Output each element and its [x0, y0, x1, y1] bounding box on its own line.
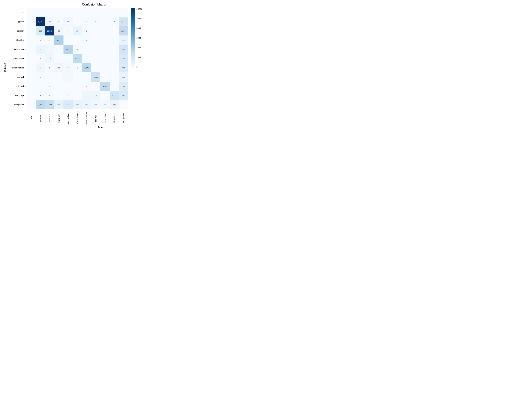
matrix-cell: 3: [91, 17, 100, 26]
matrix-cell: 9: [54, 17, 63, 26]
matrix-cell: [54, 8, 63, 17]
row-label: solid low -: [7, 26, 27, 35]
matrix-cell: 19: [54, 63, 63, 72]
matrix-cell: [119, 8, 128, 17]
matrix-cell: [27, 8, 36, 17]
matrix-cell: [27, 26, 36, 35]
matrix-cell: 1: [82, 82, 91, 91]
matrix-cell: 223: [110, 100, 119, 109]
matrix-cell: [110, 82, 119, 91]
matrix-cell: 760: [119, 91, 128, 100]
colorbar-tick: 12000: [136, 8, 142, 10]
matrix-cell: [110, 63, 119, 72]
matrix-cell: [73, 91, 82, 100]
matrix-cell: 3: [45, 35, 54, 45]
matrix-cell: 599: [119, 82, 128, 91]
matrix-cell: 1: [73, 63, 82, 72]
row-label: blend medium -: [7, 63, 27, 72]
matrix-cell: [100, 72, 110, 82]
colorbar-tick: 2000: [136, 56, 142, 58]
matrix-cell: [82, 72, 91, 82]
matrix-cell: [54, 82, 63, 91]
matrix-cell: [91, 8, 100, 17]
matrix-cell: [73, 8, 82, 17]
matrix-cell: [91, 82, 100, 91]
col-label: all -: [27, 109, 36, 125]
matrix-cell: [100, 26, 110, 35]
matrix-cell: 3: [36, 72, 45, 82]
matrix-cell: 5,049: [91, 72, 100, 82]
matrix-cell: 7: [63, 63, 73, 72]
matrix-cell: 4,463: [73, 54, 82, 63]
matrix-cell: 1: [82, 26, 91, 35]
matrix-cell: [100, 45, 110, 54]
matrix-cell: 246: [73, 100, 82, 109]
matrix-cell: 488: [119, 63, 128, 72]
row-labels: all -ggo low -solid low -blend low -ggo …: [7, 8, 27, 109]
grid-row: 114,291599: [27, 82, 128, 91]
col-labels-row: all -ggo low -solid low -blend low -ggo …: [27, 109, 174, 125]
matrix-cell: [45, 72, 54, 82]
matrix-cell: 67: [100, 100, 110, 109]
row-label: ggo medium -: [7, 45, 27, 54]
matrix-cell: 11: [82, 91, 91, 100]
matrix-cell: 22: [36, 63, 45, 72]
grid-row: 4,2014,64930257624631811867223: [27, 100, 128, 109]
matrix-cell: 4: [63, 26, 73, 35]
matrix-cell: 24: [54, 26, 63, 35]
colorbar-tick: 8000: [136, 27, 142, 29]
col-label: ggo high -: [91, 109, 100, 125]
row-label: background -: [7, 100, 27, 109]
grid-row: 375,049320: [27, 72, 128, 82]
matrix-cell: [110, 72, 119, 82]
matrix-cell: [54, 54, 63, 63]
colorbar: 120001000080006000400020000: [131, 8, 135, 68]
col-label: blend medium -: [82, 109, 91, 125]
matrix-cell: [110, 45, 119, 54]
matrix-cell: 4: [45, 91, 54, 100]
matrix-cell: [73, 17, 82, 26]
matrix-cell: [27, 91, 36, 100]
colorbar-ticks: 120001000080006000400020000: [136, 8, 142, 68]
matrix-cell: 3,812: [63, 45, 73, 54]
matrix-cell: [63, 35, 73, 45]
matrix-cell: [100, 63, 110, 72]
matrix-cell: [82, 8, 91, 17]
matrix-cell: 4,201: [36, 100, 45, 109]
matrix-cell: 13: [73, 26, 82, 35]
matrix-cell: 1: [82, 35, 91, 45]
col-label: background -: [119, 109, 128, 125]
grid-row: 133,7351226: [27, 35, 128, 45]
col-label: ggo medium -: [63, 109, 73, 125]
matrix-cell: [54, 72, 63, 82]
matrix-cell: 3: [54, 45, 63, 54]
matrix-cell: [27, 35, 36, 45]
matrix-cell: 226: [119, 35, 128, 45]
row-label: solid medium -: [7, 54, 27, 63]
col-label: solid low -: [45, 109, 54, 125]
matrix-cell: 3: [73, 45, 82, 54]
matrix-cell: [63, 82, 73, 91]
matrix-cell: [54, 91, 63, 100]
matrix-cell: 3,735: [54, 35, 63, 45]
grid-row: 22219713,974488: [27, 63, 128, 72]
matrix-cell: 2: [63, 91, 73, 100]
matrix-cell: 1: [45, 82, 54, 91]
matrix-cell: 3: [36, 91, 45, 100]
matrix-cell: [27, 72, 36, 82]
chart-title: Confusion Matrix: [4, 3, 174, 6]
matrix-cell: 1: [36, 35, 45, 45]
col-label: solid medium -: [73, 109, 82, 125]
matrix-cell: 21: [63, 17, 73, 26]
matrix-cell: [110, 26, 119, 35]
col-label: solid high -: [100, 109, 110, 125]
matrix-cell: [27, 45, 36, 54]
chart-container: Confusion Matrix Predicted all -ggo low …: [4, 3, 174, 130]
y-axis-label: Predicted: [4, 63, 7, 73]
matrix-cell: [110, 35, 119, 45]
matrix-cell: 2: [82, 54, 91, 63]
matrix-cell: [73, 82, 82, 91]
grid-row: 34211124,822760: [27, 91, 128, 100]
matrix-area: all -ggo low -solid low -blend low -ggo …: [7, 8, 174, 129]
matrix-cell: [45, 8, 54, 17]
